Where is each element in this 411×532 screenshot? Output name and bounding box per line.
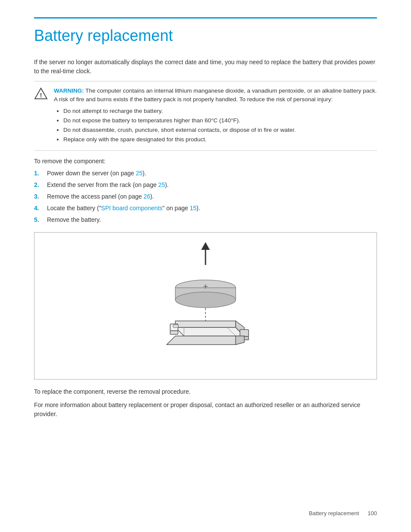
step-2-link[interactable]: 25 (158, 181, 165, 188)
svg-marker-10 (175, 327, 244, 336)
top-rule (34, 17, 377, 19)
step-4-link2[interactable]: 15 (190, 205, 196, 212)
svg-marker-21 (236, 336, 244, 345)
step-4: 4. Locate the battery ("SPI board compon… (34, 204, 377, 213)
step-4-text: Locate the battery ("SPI board component… (47, 204, 200, 213)
step-3-num: 3. (34, 192, 47, 201)
svg-rect-14 (170, 331, 178, 334)
warning-box: ! WARNING: The computer contains an inte… (34, 81, 377, 151)
warning-bullet-3: Do not disassemble, crush, puncture, sho… (63, 126, 377, 134)
warning-label: WARNING: (54, 87, 84, 94)
step-1-link[interactable]: 25 (136, 170, 143, 177)
warning-content: WARNING: The computer contains an intern… (54, 87, 377, 145)
step-4-link1[interactable]: SPI board components (101, 205, 162, 212)
page: Battery replacement If the server no lon… (0, 0, 411, 532)
warning-icon: ! (34, 87, 48, 101)
step-1-text: Power down the server (on page 25). (47, 169, 146, 178)
svg-marker-20 (167, 336, 244, 345)
step-5-text: Remove the battery. (47, 215, 101, 224)
step-2: 2. Extend the server from the rack (on p… (34, 180, 377, 190)
step-5-num: 5. (34, 215, 47, 224)
warning-bullet-2: Do not expose the battery to temperature… (63, 116, 377, 125)
footer-page-num: 100 (367, 510, 377, 516)
footer-text-2: For more information about battery repla… (34, 401, 377, 419)
step-2-text: Extend the server from the rack (on page… (47, 180, 169, 190)
battery-diagram (124, 241, 287, 375)
warning-bullet-1: Do not attempt to recharge the battery. (63, 107, 377, 115)
svg-rect-15 (240, 330, 249, 336)
warning-bullets: Do not attempt to recharge the battery. … (54, 107, 377, 144)
step-5: 5. Remove the battery. (34, 215, 377, 224)
svg-point-6 (175, 292, 236, 308)
warning-triangle-icon: ! (34, 87, 48, 100)
step-3-link[interactable]: 26 (143, 193, 150, 200)
step-2-num: 2. (34, 180, 47, 190)
battery-figure (34, 232, 377, 380)
svg-marker-11 (175, 321, 236, 327)
page-title: Battery replacement (34, 26, 377, 45)
steps-intro: To remove the component: (34, 158, 377, 165)
step-3-text: Remove the access panel (on page 26). (47, 192, 154, 201)
warning-bullet-4: Replace only with the spare designated f… (63, 135, 377, 144)
warning-body-text: The computer contains an internal lithiu… (54, 87, 377, 103)
step-1-num: 1. (34, 169, 47, 178)
steps-list: 1. Power down the server (on page 25). 2… (34, 169, 377, 224)
step-4-num: 4. (34, 204, 47, 213)
step-3: 3. Remove the access panel (on page 26). (34, 192, 377, 201)
svg-rect-19 (173, 325, 178, 327)
footer-label: Battery replacement (309, 510, 359, 516)
footer-text-1: To replace the component, reverse the re… (34, 387, 377, 396)
svg-marker-3 (201, 242, 210, 250)
intro-text: If the server no longer automatically di… (34, 58, 377, 76)
step-1: 1. Power down the server (on page 25). (34, 169, 377, 178)
page-footer: Battery replacement 100 (309, 510, 377, 516)
svg-text:!: ! (40, 92, 42, 99)
